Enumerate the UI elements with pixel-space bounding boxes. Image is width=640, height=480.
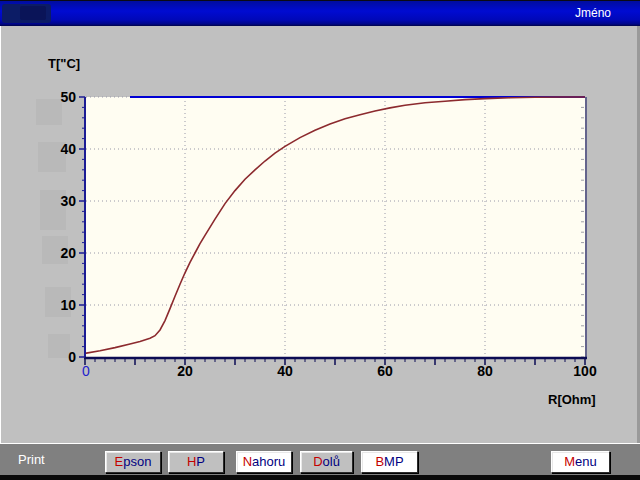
bmp-button[interactable]: BMP bbox=[361, 451, 418, 473]
y-tick-label: 40 bbox=[60, 141, 76, 157]
y-tick-label: 0 bbox=[68, 349, 76, 365]
menu-button[interactable]: Menu bbox=[551, 451, 610, 473]
nahoru-button-hotkey: N bbox=[243, 454, 252, 469]
bmp-button-hotkey: B bbox=[375, 454, 384, 469]
hp-button-hotkey: H bbox=[187, 454, 196, 469]
y-tick-label: 50 bbox=[60, 89, 76, 105]
bottom-toolbar: Print Epson HP Nahoru Dolů BMP Menu bbox=[0, 443, 640, 475]
x-tick-label: 80 bbox=[477, 363, 493, 379]
nahoru-button-label: ahoru bbox=[252, 454, 285, 469]
x-tick-label: 0 bbox=[82, 363, 90, 379]
hp-button[interactable]: HP bbox=[168, 451, 224, 473]
y-tick-label: 30 bbox=[60, 193, 76, 209]
plot-area bbox=[85, 97, 587, 359]
y-tick-label: 10 bbox=[60, 297, 76, 313]
y-tick-label: 20 bbox=[60, 245, 76, 261]
hp-button-label: P bbox=[196, 454, 205, 469]
x-tick-label: 40 bbox=[277, 363, 293, 379]
x-tick-label: 20 bbox=[177, 363, 193, 379]
menu-button-label: enu bbox=[575, 454, 597, 469]
x-axis-title: R[Ohm] bbox=[548, 392, 596, 407]
chart-plot: 01020304050020406080100 bbox=[0, 0, 640, 480]
epson-button-hotkey: E bbox=[115, 454, 124, 469]
epson-button-label: pson bbox=[123, 454, 151, 469]
bottom-black-strip bbox=[0, 475, 640, 480]
app-window: Jméno T["C] 01020304050020406080100 R[Oh… bbox=[0, 0, 640, 480]
dolu-button-label: olů bbox=[323, 454, 340, 469]
epson-button[interactable]: Epson bbox=[105, 451, 161, 473]
dolu-button[interactable]: Dolů bbox=[300, 451, 353, 473]
print-label: Print bbox=[18, 452, 45, 467]
bmp-button-label: MP bbox=[384, 454, 404, 469]
x-tick-label: 100 bbox=[573, 363, 597, 379]
dolu-button-hotkey: D bbox=[313, 454, 322, 469]
menu-button-hotkey: M bbox=[564, 454, 575, 469]
x-tick-label: 60 bbox=[377, 363, 393, 379]
nahoru-button[interactable]: Nahoru bbox=[236, 451, 292, 473]
